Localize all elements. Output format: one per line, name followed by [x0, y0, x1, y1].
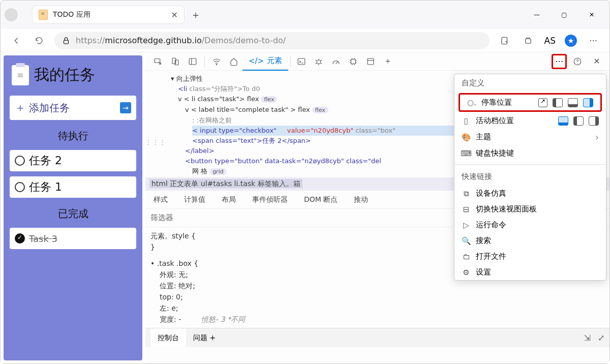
dock-right-icon[interactable] — [583, 98, 593, 107]
help-icon[interactable] — [569, 54, 586, 69]
url-text: https://microsoftedge.github.io/Demos/de… — [76, 36, 286, 45]
tab-close-icon[interactable]: ✕ — [171, 10, 178, 20]
add-task-button[interactable]: ＋ 添加任务 → — [10, 96, 136, 120]
panel-icon[interactable] — [184, 54, 201, 69]
browser-window: TODO 应用 ✕ ＋ — ▢ ✕ https://microsoftedge.… — [0, 0, 610, 364]
profile-avatar[interactable] — [5, 8, 18, 21]
add-tab-icon[interactable]: ＋ — [379, 54, 396, 69]
collections-icon[interactable] — [521, 34, 535, 48]
browser-tab[interactable]: TODO 应用 ✕ — [32, 6, 185, 24]
home-icon[interactable] — [225, 54, 242, 69]
menu-section-quick: 快速链接 — [454, 168, 606, 186]
search-icon: 🔍 — [462, 236, 471, 246]
shortcuts-item[interactable]: ⌨ 键盘快捷键 — [454, 145, 606, 161]
styles-tab[interactable]: 样式 — [145, 191, 176, 208]
favorite-star-icon[interactable] — [565, 35, 577, 47]
search-item[interactable]: 🔍搜索 — [454, 233, 606, 249]
folder-icon: 🗀 — [462, 252, 471, 261]
expand-drawer-icon[interactable]: ⤢ — [598, 333, 604, 343]
address-bar: https://microsoftedge.github.io/Demos/de… — [1, 29, 609, 52]
undock-icon[interactable] — [538, 98, 547, 107]
dock-position-item[interactable]: ○. 停靠位置 — [460, 95, 600, 110]
pending-label: 待执行 — [10, 129, 136, 143]
svg-rect-3 — [155, 58, 160, 63]
window-controls: — ▢ ✕ — [528, 6, 605, 23]
inspect-icon[interactable] — [149, 54, 167, 69]
task-item-done[interactable]: Task 3 — [10, 228, 136, 249]
menu-section-custom: 自定义 — [454, 74, 606, 92]
performance-icon[interactable] — [327, 54, 345, 69]
minimize-button[interactable]: — — [528, 6, 545, 23]
panel-icon: ▯ — [462, 116, 471, 126]
new-tab-button[interactable]: ＋ — [191, 8, 201, 22]
code-icon: </> — [249, 56, 264, 66]
console-tab[interactable]: 控制台 — [150, 328, 186, 347]
chevron-right-icon — [595, 132, 599, 142]
tab-title: TODO 应用 — [53, 10, 171, 19]
task-text: 任务 1 — [29, 179, 62, 195]
svg-rect-1 — [502, 37, 507, 44]
done-label: 已完成 — [10, 207, 136, 221]
more-icon: ⋯ — [555, 56, 563, 66]
activity-bar-item[interactable]: ▯ 活动档位置 — [454, 113, 606, 129]
svg-point-9 — [317, 60, 321, 64]
dom-breakpoints-tab[interactable]: DOM 断点 — [296, 191, 346, 208]
app-header: 我的任务 — [10, 62, 136, 90]
lock-icon — [62, 36, 71, 45]
submit-arrow-icon[interactable]: → — [120, 102, 131, 113]
device-emulation-item[interactable]: ⧉设备仿真 — [454, 186, 606, 201]
wifi-icon[interactable] — [208, 54, 225, 69]
task-item[interactable]: 任务 1 — [10, 176, 136, 198]
profile-badge[interactable]: AS — [544, 36, 556, 46]
task-checkbox[interactable] — [15, 182, 25, 192]
props-tab[interactable]: 推动 — [346, 191, 376, 208]
computed-tab[interactable]: 计算值 — [176, 191, 214, 208]
maximize-button[interactable]: ▢ — [556, 6, 573, 23]
issues-tab[interactable]: 问题 + — [186, 328, 223, 347]
more-menu-button-highlighted[interactable]: ⋯ — [552, 54, 567, 69]
refresh-button[interactable] — [32, 34, 46, 48]
console-icon[interactable] — [293, 54, 310, 69]
svg-point-7 — [216, 64, 217, 65]
bug-icon[interactable] — [310, 54, 327, 69]
drag-handle-icon[interactable]: ⋮⋮⋮ — [145, 139, 167, 146]
settings-item[interactable]: ⚙设置 — [454, 264, 606, 280]
device-icon[interactable] — [167, 54, 184, 69]
drawer-bar: 控制台 问题 + ⇲ ⤢ — [145, 328, 609, 347]
open-file-item[interactable]: 🗀打开文件 — [454, 249, 606, 264]
activity-right-icon[interactable] — [589, 116, 599, 126]
svg-rect-0 — [64, 40, 69, 44]
url-field[interactable]: https://microsoftedge.github.io/Demos/de… — [54, 32, 490, 49]
dock-drawer-icon[interactable]: ⇲ — [584, 333, 591, 343]
dock-bottom-icon[interactable] — [568, 98, 578, 107]
dock-left-icon[interactable] — [553, 98, 563, 107]
run-command-item[interactable]: ▷运行命令 — [454, 217, 606, 233]
close-window-button[interactable]: ✕ — [583, 6, 600, 23]
split-icon: ⊟ — [462, 205, 471, 214]
task-item[interactable]: 任务 2 — [10, 150, 136, 171]
plus-icon: ＋ — [15, 100, 26, 115]
devtools-toolbar: </> 元素 ＋ ⋯ ✕ — [145, 52, 609, 71]
customize-menu: 自定义 ○. 停靠位置 ▯ 活动档位置 — [454, 74, 606, 281]
dock-row-highlighted: ○. 停靠位置 — [459, 93, 602, 112]
task-checkbox-done[interactable] — [15, 233, 25, 244]
circle-icon: ○. — [467, 98, 476, 107]
event-listeners-tab[interactable]: 事件侦听器 — [244, 191, 296, 208]
content-area: 我的任务 ＋ 添加任务 → 待执行 任务 2 任务 1 已完成 Task 3 — [1, 52, 609, 363]
svg-rect-11 — [368, 58, 374, 65]
application-icon[interactable] — [362, 54, 379, 69]
activity-left-icon[interactable] — [573, 116, 584, 126]
palette-icon: 🎨 — [462, 133, 471, 142]
theme-item[interactable]: 🎨 主题 — [454, 129, 606, 145]
task-checkbox[interactable] — [15, 156, 25, 166]
svg-rect-8 — [298, 58, 305, 65]
edit-page-icon[interactable] — [498, 34, 512, 48]
elements-tab[interactable]: </> 元素 — [242, 52, 288, 71]
browser-menu-button[interactable]: ⋯ — [586, 34, 600, 48]
memory-icon[interactable] — [345, 54, 362, 69]
close-devtools-icon[interactable]: ✕ — [588, 54, 605, 69]
activity-bottom-icon[interactable] — [558, 116, 568, 126]
back-button[interactable] — [10, 34, 24, 48]
layout-tab[interactable]: 布局 — [214, 191, 244, 208]
toggle-quickview-item[interactable]: ⊟切换快速视图面板 — [454, 201, 606, 217]
